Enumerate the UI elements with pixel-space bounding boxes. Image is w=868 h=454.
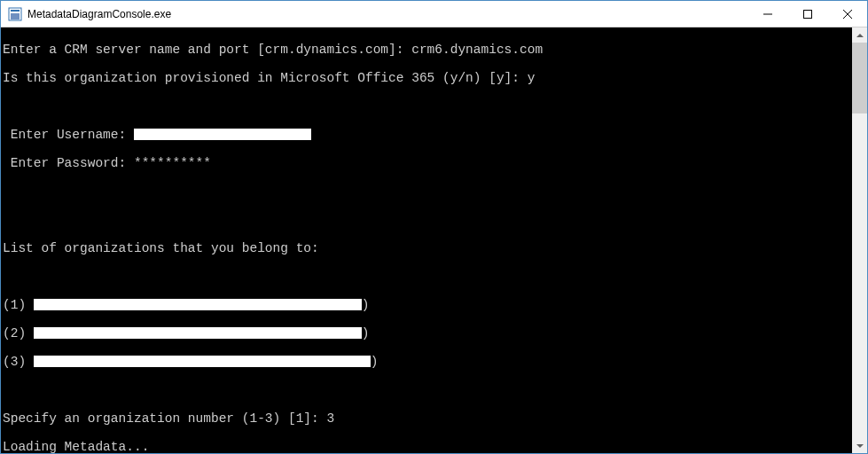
- input-value: **********: [134, 156, 211, 170]
- console-line: [3, 184, 848, 199]
- input-value: crm6.dynamics.com: [411, 43, 543, 57]
- prompt-text: Enter a CRM server name and port [crm.dy…: [3, 43, 411, 57]
- status-text: Loading Metadata...: [3, 440, 149, 453]
- org-prefix: (1): [3, 298, 34, 312]
- org-suffix: ): [362, 326, 370, 340]
- content-area: Enter a CRM server name and port [crm.dy…: [1, 27, 867, 453]
- console-line: Specify an organization number (1-3) [1]…: [3, 411, 848, 426]
- svg-marker-7: [856, 34, 864, 37]
- svg-rect-1: [11, 10, 20, 12]
- console-output[interactable]: Enter a CRM server name and port [crm.dy…: [1, 27, 852, 453]
- console-line: Is this organization provisioned in Micr…: [3, 71, 848, 85]
- console-line: [3, 270, 848, 284]
- org-list-header: List of organizations that you belong to…: [3, 241, 319, 255]
- prompt-text: Is this organization provisioned in Micr…: [3, 71, 528, 85]
- console-line: [3, 383, 848, 397]
- console-line: (1) ): [3, 298, 848, 312]
- input-value: 3: [326, 411, 334, 426]
- titlebar[interactable]: MetadataDiagramConsole.exe: [1, 1, 867, 27]
- close-button[interactable]: [827, 1, 867, 27]
- redacted-org: [34, 327, 362, 339]
- maximize-button[interactable]: [787, 1, 827, 27]
- console-line: [3, 213, 848, 227]
- console-line: Enter Password: **********: [3, 156, 848, 170]
- redacted-username: [134, 129, 311, 140]
- org-prefix: (3): [3, 355, 34, 369]
- console-line: Enter a CRM server name and port [crm.dy…: [3, 43, 848, 57]
- org-suffix: ): [362, 298, 370, 312]
- vertical-scrollbar[interactable]: [852, 27, 867, 453]
- prompt-text: Enter Username:: [3, 128, 134, 142]
- redacted-org: [34, 356, 371, 367]
- scroll-track[interactable]: [852, 43, 867, 438]
- minimize-button[interactable]: [747, 1, 787, 27]
- svg-rect-4: [803, 10, 811, 18]
- scroll-down-button[interactable]: [852, 438, 867, 453]
- scroll-thumb[interactable]: [852, 43, 867, 114]
- org-prefix: (2): [3, 326, 34, 340]
- redacted-org: [34, 299, 362, 310]
- window-controls: [747, 1, 867, 27]
- console-line: [3, 99, 848, 114]
- app-icon: [8, 7, 22, 21]
- org-suffix: ): [371, 355, 379, 369]
- console-line: Loading Metadata...: [3, 440, 848, 453]
- input-value: y: [528, 71, 536, 85]
- console-line: Enter Username:: [3, 128, 848, 142]
- console-line: (3) ): [3, 355, 848, 369]
- svg-marker-8: [856, 444, 864, 448]
- window-frame: MetadataDiagramConsole.exe Enter a CRM s…: [0, 0, 868, 454]
- console-line: List of organizations that you belong to…: [3, 241, 848, 255]
- svg-rect-2: [11, 13, 20, 20]
- prompt-text: Enter Password:: [3, 156, 134, 170]
- prompt-text: Specify an organization number (1-3) [1]…: [3, 411, 326, 426]
- scroll-up-button[interactable]: [852, 27, 867, 43]
- console-line: (2) ): [3, 326, 848, 340]
- window-title: MetadataDiagramConsole.exe: [27, 8, 747, 20]
